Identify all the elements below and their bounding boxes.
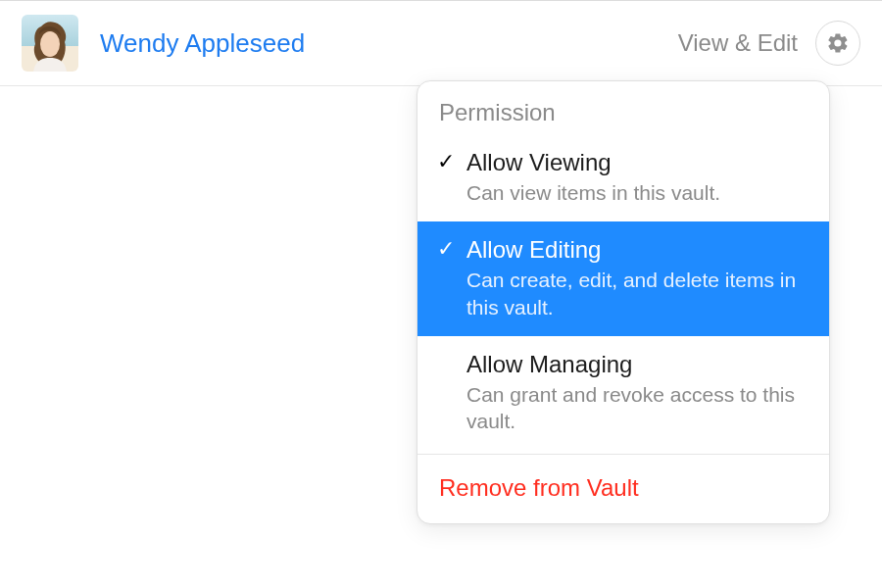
permission-popover: Permission ✓ Allow Viewing Can view item…	[416, 80, 830, 524]
popover-header: Permission	[417, 81, 829, 134]
permission-title: Allow Viewing	[466, 148, 809, 177]
permission-description: Can create, edit, and delete items in th…	[466, 267, 809, 320]
permission-title: Allow Managing	[466, 350, 809, 379]
check-icon: ✓	[437, 235, 466, 263]
permission-option-viewing[interactable]: ✓ Allow Viewing Can view items in this v…	[417, 134, 829, 221]
check-icon: ✓	[437, 148, 466, 175]
gear-icon	[826, 31, 850, 55]
permission-title: Allow Editing	[466, 235, 809, 265]
svg-point-0	[40, 31, 60, 57]
settings-button[interactable]	[815, 21, 860, 66]
permission-summary: View & Edit	[678, 29, 798, 57]
user-row: Wendy Appleseed View & Edit	[0, 0, 882, 86]
remove-from-vault[interactable]: Remove from Vault	[417, 455, 829, 523]
avatar[interactable]	[22, 15, 78, 72]
permission-description: Can view items in this vault.	[466, 179, 809, 206]
permission-option-managing[interactable]: Allow Managing Can grant and revoke acce…	[417, 336, 829, 451]
user-name-link[interactable]: Wendy Appleseed	[100, 28, 678, 59]
permission-option-editing[interactable]: ✓ Allow Editing Can create, edit, and de…	[417, 221, 829, 336]
permission-description: Can grant and revoke access to this vaul…	[466, 381, 809, 435]
